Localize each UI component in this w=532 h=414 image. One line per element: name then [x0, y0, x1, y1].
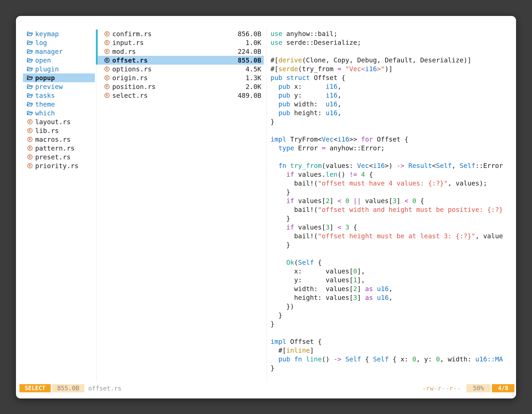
code-line: if values.len() != 4 { — [270, 170, 513, 179]
rust-file-icon: R — [26, 154, 34, 160]
code-line: pub height: u16, — [270, 109, 513, 117]
file-size: 489.0B — [238, 92, 261, 99]
file-row-position.rs[interactable]: Rposition.rs2.0K — [98, 82, 264, 91]
file-row-origin.rs[interactable]: Rorigin.rs1.3K — [98, 73, 264, 82]
sidebar-item-theme[interactable]: theme — [23, 100, 95, 109]
code-line: width: values[2] as u16, — [270, 285, 513, 293]
file-name: offset.rs — [112, 57, 148, 64]
file-row-offset.rs[interactable]: Roffset.rs855.0B — [98, 56, 264, 65]
folder-icon — [26, 102, 34, 107]
parent-directory-pane: keymaplogmanageropenpluginpopuppreviewta… — [23, 29, 95, 170]
file-size: 1.0K — [246, 39, 261, 47]
sidebar-item-lib.rs[interactable]: Rlib.rs — [23, 126, 95, 135]
file-row-input.rs[interactable]: Rinput.rs1.0K — [98, 38, 264, 47]
code-line: bail!("offset height must be at least 3:… — [270, 232, 513, 241]
code-line: #[derive(Clone, Copy, Debug, Default, De… — [270, 56, 513, 65]
sidebar-item-preview[interactable]: preview — [23, 82, 95, 91]
code-line: pub struct Offset { — [270, 73, 513, 82]
code-line — [270, 126, 513, 135]
file-size: 2.0K — [246, 83, 261, 91]
folder-icon — [26, 93, 34, 98]
code-line: } — [270, 214, 513, 223]
code-line — [270, 328, 513, 337]
code-line: } — [270, 311, 513, 320]
sidebar-item-preset.rs[interactable]: Rpreset.rs — [23, 153, 95, 161]
pane-divider-right — [266, 29, 267, 382]
item-label: layout.rs — [35, 118, 71, 126]
code-line: if values[2] < 0 || values[3] < 0 { — [270, 197, 513, 205]
sidebar-item-which[interactable]: which — [23, 109, 95, 117]
file-size: 224.0B — [238, 48, 261, 55]
item-label: pattern.rs — [35, 144, 75, 152]
code-line: pub fn line() -> Self { Self { x: 0, y: … — [270, 355, 513, 364]
file-size: 4.5K — [246, 65, 261, 73]
code-line: }) — [270, 302, 513, 311]
item-label: macros.rs — [35, 136, 71, 143]
code-line — [270, 249, 513, 258]
file-size: 856.0B — [238, 30, 261, 38]
sidebar-item-priority.rs[interactable]: Rpriority.rs — [23, 161, 95, 170]
file-row-select.rs[interactable]: Rselect.rs489.0B — [98, 91, 264, 100]
cursor-position-chip: 4/8 — [492, 384, 514, 392]
code-line: bail!("offset width and height must be p… — [270, 205, 513, 214]
item-label: popup — [35, 74, 55, 82]
rust-file-icon: R — [103, 84, 111, 89]
file-name: position.rs — [112, 83, 156, 91]
code-line: Ok(Self { — [270, 258, 513, 267]
rust-file-icon: R — [103, 58, 111, 63]
item-label: preset.rs — [35, 153, 71, 161]
code-line: } — [270, 364, 513, 373]
sidebar-item-keymap[interactable]: keymap — [23, 29, 95, 38]
sidebar-item-open[interactable]: open — [23, 56, 95, 65]
code-line: pub x: i16, — [270, 82, 513, 91]
code-line: impl Offset { — [270, 337, 513, 346]
pane-divider-left — [96, 29, 96, 382]
folder-icon — [26, 40, 34, 45]
code-line — [270, 153, 513, 161]
file-name: select.rs — [112, 92, 148, 99]
sidebar-item-macros.rs[interactable]: Rmacros.rs — [23, 135, 95, 144]
permissions: -rw-r--r-- — [422, 385, 461, 392]
rust-file-icon: R — [103, 40, 111, 45]
mode-badge: SELECT — [19, 384, 51, 392]
item-label: keymap — [35, 30, 59, 38]
file-name: mod.rs — [112, 48, 136, 55]
code-line: } — [270, 117, 513, 126]
code-line: height: values[3] as u16, — [270, 293, 513, 302]
rust-file-icon: R — [26, 163, 34, 168]
code-line: use anyhow::bail; — [270, 29, 513, 38]
file-row-confirm.rs[interactable]: Rconfirm.rs856.0B — [98, 29, 264, 38]
code-line: type Error = anyhow::Error; — [270, 144, 513, 153]
sidebar-item-log[interactable]: log — [23, 38, 95, 47]
rust-file-icon: R — [26, 119, 34, 124]
sidebar-item-manager[interactable]: manager — [23, 47, 95, 56]
code-line: } — [270, 320, 513, 328]
file-size: 1.3K — [246, 74, 261, 82]
code-line: bail!("offset must have 4 values: {:?}",… — [270, 179, 513, 188]
folder-icon — [26, 110, 34, 116]
scroll-percent-chip: 50% — [466, 384, 491, 392]
item-label: preview — [35, 83, 63, 91]
sidebar-item-pattern.rs[interactable]: Rpattern.rs — [23, 144, 95, 153]
file-size: 855.0B — [238, 57, 261, 64]
item-label: tasks — [35, 92, 55, 99]
code-line: fn try_from(values: Vec<i16>) -> Result<… — [270, 161, 513, 170]
sidebar-item-plugin[interactable]: plugin — [23, 65, 95, 73]
code-line — [270, 47, 513, 56]
sidebar-item-tasks[interactable]: tasks — [23, 91, 95, 100]
file-preview-pane: use anyhow::bail;use serde::Deserialize;… — [270, 29, 513, 374]
sidebar-item-layout.rs[interactable]: Rlayout.rs — [23, 117, 95, 126]
status-right-group: -rw-r--r-- 50% 4/8 — [422, 384, 514, 392]
file-row-options.rs[interactable]: Roptions.rs4.5K — [98, 65, 264, 73]
file-row-mod.rs[interactable]: Rmod.rs224.0B — [98, 47, 264, 56]
item-label: open — [35, 57, 51, 64]
code-line: } — [270, 188, 513, 197]
file-name: origin.rs — [112, 74, 148, 82]
code-line: pub y: i16, — [270, 91, 513, 100]
folder-icon — [26, 31, 34, 36]
file-manager-window: keymaplogmanageropenpluginpopuppreviewta… — [16, 16, 516, 398]
folder-icon — [26, 58, 34, 63]
sidebar-item-popup[interactable]: popup — [23, 73, 95, 82]
code-line: if values[3] < 3 { — [270, 223, 513, 232]
rust-file-icon: R — [26, 128, 34, 133]
